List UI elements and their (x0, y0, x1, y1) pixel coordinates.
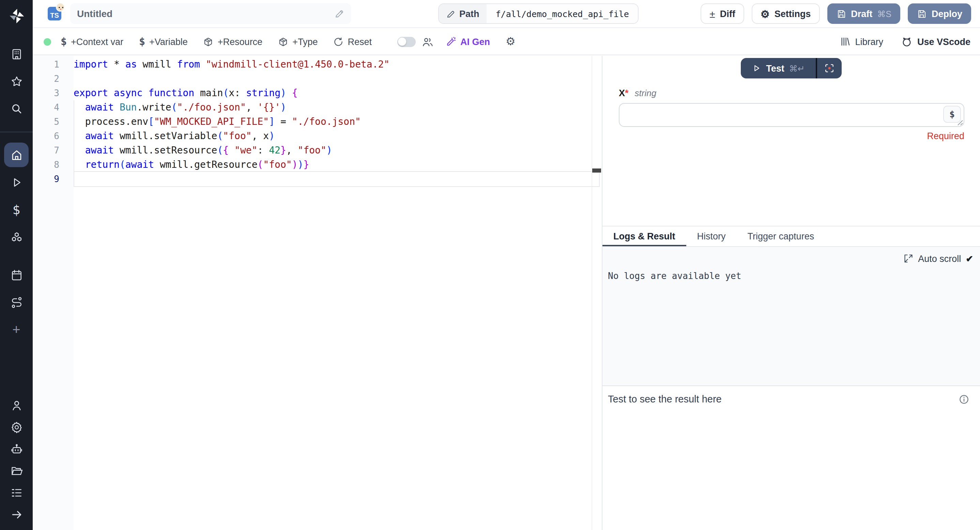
users-icon[interactable] (422, 36, 433, 48)
sidebar-item-search[interactable] (4, 96, 29, 121)
sidebar-item-routes[interactable] (4, 290, 29, 314)
required-message: Required (603, 131, 964, 141)
library-icon (839, 36, 850, 47)
sidebar-item-resources[interactable] (4, 224, 29, 249)
dollar-icon: $ (139, 35, 145, 48)
arg-name: X (619, 88, 625, 98)
capture-test-button[interactable] (817, 58, 842, 78)
add-variable-button[interactable]: $ +Variable (139, 35, 188, 48)
windmill-logo-icon[interactable] (7, 7, 25, 25)
collab-toggle[interactable] (397, 37, 415, 47)
sidebar-item-add[interactable]: + (4, 317, 29, 342)
list-icon (10, 486, 23, 499)
deploy-button-label: Deploy (932, 8, 962, 19)
sidebar-item-workers[interactable] (4, 437, 29, 460)
sidebar-item-folders[interactable] (4, 459, 29, 482)
required-asterisk: * (625, 88, 629, 98)
test-button[interactable]: Test ⌘↵ (741, 58, 816, 78)
add-type-button[interactable]: +Type (278, 37, 318, 47)
test-button-label: Test (766, 63, 784, 73)
draft-shortcut: ⌘S (877, 8, 891, 19)
code-line[interactable]: 8 return(await wmill.getResource("foo"))… (33, 158, 602, 172)
library-button[interactable]: Library (839, 36, 883, 47)
path-label: Path (459, 8, 479, 19)
building-icon (10, 48, 23, 61)
result-tabs: Logs & Result History Trigger captures (603, 226, 980, 247)
status-dot-icon (44, 38, 51, 45)
add-context-var-button[interactable]: $ +Context var (60, 35, 123, 48)
check-icon: ✔ (966, 254, 973, 263)
use-vscode-button[interactable]: Use VScode (901, 36, 970, 48)
info-icon[interactable] (958, 394, 970, 405)
windmill-script-editor: $ + (0, 0, 980, 530)
code-line[interactable]: 1import * as wmill from "windmill-client… (33, 57, 602, 72)
sidebar-item-logs[interactable] (4, 481, 29, 504)
code-lines[interactable]: 1import * as wmill from "windmill-client… (33, 57, 602, 186)
line-number: 2 (33, 72, 73, 86)
tab-trigger-captures[interactable]: Trigger captures (737, 227, 825, 246)
script-title-field[interactable]: Untitled (70, 3, 351, 24)
code-line[interactable]: 3export async function main(x: string) { (33, 86, 602, 100)
line-number: 4 (33, 100, 73, 115)
line-number: 7 (33, 143, 73, 158)
ai-gen-button[interactable]: AI Gen (445, 36, 490, 47)
sidebar-item-schedules[interactable] (4, 263, 29, 287)
sidebar-item-variables[interactable]: $ (4, 197, 29, 222)
user-icon (10, 399, 23, 412)
args-section: Test ⌘↵ X * string $ (603, 56, 980, 226)
sidebar-item-workspace[interactable] (4, 42, 29, 66)
test-button-group: Test ⌘↵ (741, 58, 842, 78)
code-line[interactable]: 6 await wmill.setVariable("foo", x) (33, 129, 602, 143)
line-number: 6 (33, 129, 73, 143)
editor-settings-gear-icon[interactable]: ⚙ (506, 36, 515, 47)
path-edit-button[interactable]: Path (439, 4, 487, 23)
arg-input-field[interactable]: $ (619, 103, 964, 127)
gear-icon: ⚙ (760, 8, 770, 19)
line-number: 3 (33, 86, 73, 100)
deploy-button[interactable]: Deploy (908, 3, 971, 24)
code-line[interactable]: 5 process.env["WM_MOCKED_API_FILE"] = ".… (33, 115, 602, 129)
run-panel: Test ⌘↵ X * string $ (603, 56, 980, 530)
draft-button[interactable]: Draft ⌘S (827, 3, 900, 24)
sidebar-expand-button[interactable] (4, 503, 29, 526)
code-line[interactable]: 4 await Bun.write("./foo.json", '{}') (33, 100, 602, 115)
plus-minus-icon: ± (710, 8, 715, 19)
logs-empty-message: No logs are available yet (608, 271, 973, 281)
search-icon (10, 102, 23, 115)
code-line[interactable]: 7 await wmill.setResource({ "we": 42}, "… (33, 143, 602, 158)
toggle-knob (398, 38, 406, 46)
test-shortcut: ⌘↵ (789, 63, 805, 73)
robot-icon (10, 442, 23, 455)
code-line[interactable]: 2 (33, 72, 602, 86)
plus-icon: + (12, 322, 20, 337)
autoscroll-control[interactable]: Auto scroll ✔ (608, 252, 973, 265)
arg-type: string (635, 88, 657, 98)
sidebar-item-runs[interactable] (4, 170, 29, 195)
path-value[interactable]: f/all/demo_mocked_api_file (487, 4, 638, 23)
tab-history[interactable]: History (686, 227, 737, 246)
reset-button[interactable]: Reset (333, 37, 372, 47)
bun-runtime-icon (56, 3, 65, 11)
sidebar-item-favorites[interactable] (4, 69, 29, 93)
sidebar-item-user[interactable] (4, 394, 29, 417)
path-group: Path f/all/demo_mocked_api_file (438, 3, 639, 24)
sidebar-bottom (4, 395, 29, 530)
code-line[interactable]: 9 (33, 172, 602, 186)
result-placeholder: Test to see the result here (608, 393, 722, 405)
code-editor[interactable]: 1import * as wmill from "windmill-client… (33, 56, 603, 530)
diff-button[interactable]: ± Diff (701, 3, 744, 24)
sidebar-item-home[interactable] (4, 142, 29, 167)
tab-logs-result[interactable]: Logs & Result (603, 227, 686, 246)
resize-handle-icon[interactable] (958, 120, 963, 126)
sidebar-item-settings[interactable] (4, 415, 29, 439)
sidebar: $ + (0, 0, 33, 530)
settings-button[interactable]: ⚙ Settings (752, 3, 819, 24)
star-icon (10, 75, 23, 88)
add-resource-button[interactable]: +Resource (204, 37, 262, 47)
result-panel: Test to see the result here (603, 386, 980, 530)
edit-title-icon[interactable] (335, 9, 344, 18)
pencil-icon (446, 9, 455, 18)
sidebar-divider (0, 132, 33, 132)
editor-toolbar: $ +Context var $ +Variable +Resource +Ty… (33, 29, 980, 55)
library-label: Library (855, 37, 883, 47)
